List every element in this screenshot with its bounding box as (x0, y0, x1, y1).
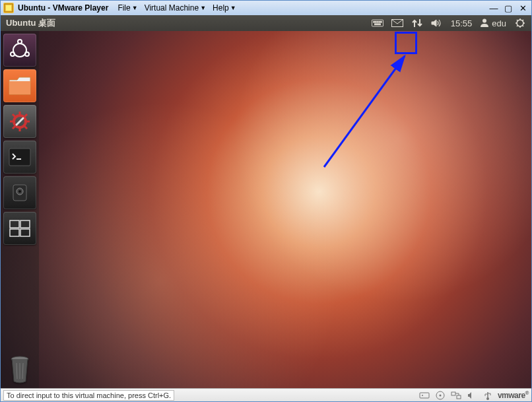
status-sound-icon[interactable] (466, 391, 478, 400)
svg-point-10 (482, 18, 486, 22)
user-icon (480, 18, 489, 29)
status-message: To direct input to this virtual machine,… (3, 390, 174, 401)
menu-file[interactable]: File▼ (115, 3, 140, 13)
svg-point-13 (18, 40, 22, 44)
svg-rect-24 (20, 220, 30, 228)
desktop-background[interactable] (1, 31, 531, 388)
svg-rect-25 (10, 229, 19, 236)
vmware-title: Ubuntu - VMware Player (18, 3, 108, 13)
svg-rect-36 (451, 392, 455, 395)
svg-rect-18 (9, 149, 30, 166)
menu-help[interactable]: Help▼ (210, 3, 239, 13)
keyboard-icon[interactable] (372, 18, 383, 28)
panel-title: Ubuntu 桌面 (6, 17, 55, 29)
launcher-dash-home[interactable] (3, 34, 36, 67)
unity-launcher[interactable] (1, 31, 39, 388)
status-usb-icon[interactable] (482, 391, 494, 400)
maximize-button[interactable]: ▢ (502, 3, 514, 13)
svg-rect-37 (457, 395, 461, 399)
user-name: edu (492, 18, 506, 28)
launcher-files[interactable] (3, 69, 36, 102)
vmware-logo: vmware® (498, 390, 529, 400)
status-network-icon[interactable] (450, 391, 462, 400)
clock[interactable]: 15:55 (451, 18, 473, 28)
user-menu[interactable]: edu (480, 18, 506, 29)
status-hdd-icon[interactable] (418, 391, 430, 400)
vmware-app-icon (3, 3, 14, 13)
vmware-statusbar: To direct input to this virtual machine,… (1, 388, 531, 401)
svg-rect-5 (377, 21, 378, 22)
svg-point-15 (25, 52, 29, 56)
close-button[interactable]: ✕ (517, 3, 529, 13)
ubuntu-top-panel[interactable]: Ubuntu 桌面 15:55 (1, 15, 531, 31)
svg-rect-7 (380, 21, 382, 22)
svg-point-12 (13, 44, 26, 57)
status-cd-icon[interactable] (434, 391, 446, 400)
svg-rect-26 (20, 229, 30, 236)
svg-rect-4 (375, 21, 376, 22)
svg-rect-32 (420, 393, 429, 398)
svg-rect-6 (379, 21, 380, 22)
minimize-button[interactable]: — (488, 3, 500, 13)
svg-rect-1 (6, 5, 11, 11)
svg-rect-3 (373, 21, 374, 22)
guest-display[interactable]: Ubuntu 桌面 15:55 (1, 15, 531, 388)
svg-rect-8 (374, 24, 380, 25)
vmware-window: Ubuntu - VMware Player File▼ Virtual Mac… (0, 0, 532, 402)
svg-point-33 (422, 395, 423, 396)
power-cog-icon[interactable] (514, 18, 526, 28)
svg-point-22 (18, 190, 21, 193)
status-tray: vmware® (418, 390, 529, 400)
network-updown-icon[interactable] (411, 18, 423, 28)
launcher-workspace-switcher[interactable] (3, 212, 36, 245)
svg-point-35 (439, 394, 441, 396)
launcher-terminal[interactable] (3, 141, 36, 174)
launcher-devices[interactable] (3, 176, 36, 209)
mail-icon[interactable] (391, 18, 403, 28)
svg-rect-16 (9, 81, 30, 94)
panel-indicators: 15:55 edu (372, 18, 526, 29)
launcher-trash[interactable] (3, 352, 36, 385)
menu-virtual-machine[interactable]: Virtual Machine▼ (142, 3, 209, 13)
svg-rect-23 (10, 220, 19, 228)
volume-icon[interactable] (431, 18, 443, 28)
launcher-system-settings[interactable] (3, 105, 36, 138)
svg-rect-2 (372, 20, 383, 26)
window-controls: — ▢ ✕ (488, 3, 529, 13)
svg-point-14 (11, 52, 15, 56)
vmware-titlebar[interactable]: Ubuntu - VMware Player File▼ Virtual Mac… (1, 1, 531, 15)
vmware-menu: File▼ Virtual Machine▼ Help▼ (115, 3, 238, 13)
